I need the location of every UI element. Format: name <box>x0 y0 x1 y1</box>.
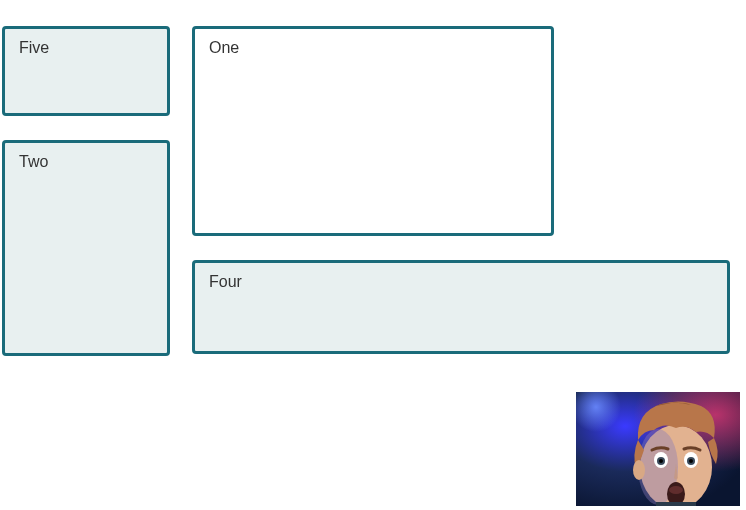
svg-point-10 <box>659 459 663 463</box>
svg-point-11 <box>689 459 693 463</box>
box-two: Two <box>2 140 170 356</box>
svg-point-13 <box>669 486 683 494</box>
box-two-label: Two <box>19 153 48 170</box>
thumbnail-image <box>576 392 740 506</box>
box-four-label: Four <box>209 273 242 290</box>
box-one: One <box>192 26 554 236</box>
box-five: Five <box>2 26 170 116</box>
box-one-label: One <box>209 39 239 56</box>
box-four: Four <box>192 260 730 354</box>
svg-rect-15 <box>656 502 696 506</box>
box-five-label: Five <box>19 39 49 56</box>
svg-point-14 <box>633 460 645 480</box>
